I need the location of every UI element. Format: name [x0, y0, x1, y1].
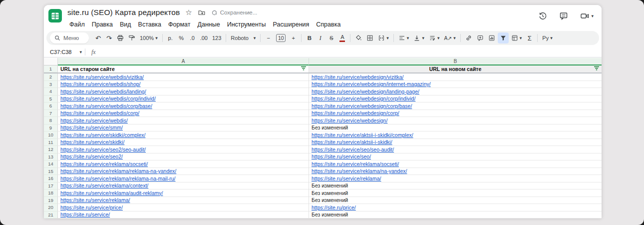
menu-view[interactable]: Вид: [116, 20, 135, 29]
row-number[interactable]: 8: [44, 117, 58, 124]
increase-font-size-button[interactable]: +: [288, 32, 299, 44]
cell-old-url[interactable]: https://site.ru/service/skidki/complex/: [58, 132, 309, 139]
merge-cells-button[interactable]: ▾: [376, 32, 391, 44]
decrease-font-size-button[interactable]: −: [263, 32, 274, 44]
row-number[interactable]: 20: [44, 204, 58, 212]
more-formats-button[interactable]: 123: [210, 32, 223, 44]
cell-new-url[interactable]: https://site.ru/service/aktsii-i-skidki/: [309, 139, 602, 146]
text-color-button[interactable]: A: [337, 32, 347, 44]
increase-decimals-button[interactable]: .00: [198, 32, 210, 44]
url-link[interactable]: https://site.ru/service/seo/seo-audit/: [312, 146, 394, 152]
cell-old-url[interactable]: https://site.ru/service/webdis/corp/: [58, 110, 309, 118]
row-number[interactable]: 7: [44, 110, 58, 118]
input-tools-button[interactable]: Ру ▾: [540, 32, 554, 44]
filter-funnel-icon[interactable]: [301, 66, 307, 72]
italic-button[interactable]: I: [315, 32, 325, 44]
url-link[interactable]: https://site.ru/service/webdis/corp/: [60, 110, 139, 116]
url-link[interactable]: https://site.ru/service/reklama/reklama-…: [60, 168, 176, 174]
cell-old-url[interactable]: https://site.ru/service/skidki/: [58, 139, 309, 146]
vertical-align-button[interactable]: ▾: [411, 32, 426, 44]
menu-data[interactable]: Данные: [194, 20, 223, 29]
url-link[interactable]: https://site.ru/service/webdis/corp/base…: [60, 103, 152, 109]
menu-tools[interactable]: Инструменты: [224, 20, 270, 29]
url-link[interactable]: https://site.ru/service/reklama/na-yande…: [312, 168, 407, 174]
column-header-b[interactable]: B: [309, 58, 602, 66]
cell-old-url[interactable]: https://site.ru/service/reklama/audit-re…: [58, 190, 309, 197]
sheets-app-icon[interactable]: [48, 9, 62, 22]
column-header-a[interactable]: A: [58, 58, 309, 66]
formula-input[interactable]: [96, 47, 602, 57]
url-link[interactable]: https://site.ru/service/webdesign/landin…: [312, 88, 419, 94]
url-link[interactable]: https://site.ru/service/webdesign/corp/b…: [312, 103, 412, 109]
row-number[interactable]: 14: [44, 160, 58, 168]
filter-funnel-icon[interactable]: [594, 66, 600, 72]
cell-old-url[interactable]: https://site.ru/service/webdis/landing/: [58, 88, 309, 96]
url-link[interactable]: https://site.ru/service/webdesign/corp/: [312, 110, 399, 116]
row-number[interactable]: 18: [44, 190, 58, 197]
create-filter-button[interactable]: [498, 32, 509, 44]
text-rotation-button[interactable]: A↗ ▾: [442, 32, 457, 44]
version-history-button[interactable]: [538, 12, 547, 20]
cell-new-url[interactable]: https://site.ru/service/webdesign/: [309, 117, 602, 124]
print-button[interactable]: [115, 32, 126, 44]
menu-extensions[interactable]: Расширения: [270, 20, 313, 29]
url-link[interactable]: https://site.ru/service/webdesign/intern…: [312, 81, 431, 87]
cell-a1[interactable]: URL на старом сайте: [58, 66, 309, 72]
url-link[interactable]: https://site.ru/service/webdis/landing/: [60, 88, 146, 94]
move-to-folder-icon[interactable]: [198, 9, 206, 16]
insert-chart-button[interactable]: [486, 32, 497, 44]
url-link[interactable]: https://site.ru/service/aktsii-i-skidki/…: [312, 132, 413, 138]
paint-format-button[interactable]: [126, 32, 137, 44]
url-link[interactable]: https://site.ru/service/reklama/audit-re…: [60, 190, 163, 196]
url-link[interactable]: https://site.ru/service/: [60, 212, 110, 218]
font-family-select[interactable]: Roboto ▾: [229, 32, 258, 44]
cell-old-url[interactable]: https://site.ru/service/reklama/reklama-…: [58, 168, 309, 176]
menu-edit[interactable]: Правка: [88, 20, 116, 29]
cell-new-url[interactable]: https://site.ru/service/reklama/na-yande…: [309, 168, 602, 176]
zoom-select[interactable]: 100% ▾: [138, 32, 160, 44]
cell-new-url[interactable]: https://site.ru/service/webdesign/vizitk…: [309, 74, 602, 81]
font-size-input[interactable]: 10: [274, 32, 288, 44]
comments-button[interactable]: [559, 12, 568, 20]
row-number[interactable]: 17: [44, 182, 58, 190]
url-link[interactable]: https://site.ru/service/aktsii-i-skidki/: [312, 139, 392, 145]
cell-new-url[interactable]: Без изменений: [309, 212, 602, 219]
row-number[interactable]: 11: [44, 139, 58, 146]
name-box[interactable]: C37:C38 ▾: [44, 49, 85, 55]
url-link[interactable]: https://site.ru/service/seo2/: [60, 154, 123, 160]
cell-new-url[interactable]: Без изменений: [309, 190, 602, 197]
cell-old-url[interactable]: https://site.ru/service/reklama/reklama-…: [58, 175, 309, 182]
row-number[interactable]: 2: [44, 74, 58, 81]
cell-new-url[interactable]: Без изменений: [309, 197, 602, 204]
cell-old-url[interactable]: https://site.ru/service/webdis/corp/indi…: [58, 96, 309, 103]
functions-button[interactable]: Σ: [524, 32, 535, 44]
insert-comment-button[interactable]: [475, 32, 486, 44]
cell-old-url[interactable]: https://site.ru/service/price/: [58, 204, 309, 212]
cell-new-url[interactable]: https://site.ru/service/webdesign/landin…: [309, 88, 602, 96]
insert-link-button[interactable]: [463, 32, 474, 44]
cell-new-url[interactable]: https://site.ru/service/reklama/socseti/: [309, 160, 602, 168]
url-link[interactable]: https://site.ru/service/webdis/: [60, 118, 128, 124]
url-link[interactable]: https://site.ru/service/webdesign/corp/i…: [312, 96, 415, 102]
meet-button[interactable]: ▾: [580, 12, 594, 20]
url-link[interactable]: https://site.ru/service/skidki/complex/: [60, 132, 145, 138]
cell-old-url[interactable]: https://site.ru/service/smm/: [58, 124, 309, 132]
cell-new-url[interactable]: https://site.ru/service/webdesign/intern…: [309, 81, 602, 88]
fill-color-button[interactable]: [353, 32, 364, 44]
undo-button[interactable]: ↶: [93, 32, 103, 44]
cell-old-url[interactable]: https://site.ru/service/: [58, 212, 309, 219]
url-link[interactable]: https://site.ru/service/seo/: [312, 154, 371, 160]
cell-new-url[interactable]: https://site.ru/service/seo/seo-audit/: [309, 146, 602, 154]
cell-new-url[interactable]: https://site.ru/service/seo/: [309, 154, 602, 161]
row-number[interactable]: 16: [44, 175, 58, 182]
url-link[interactable]: https://site.ru/service/seo2/seo-audit/: [60, 146, 146, 152]
filter-views-button[interactable]: ▾: [509, 32, 524, 44]
url-link[interactable]: https://site.ru/service/reklama/socseti/: [60, 161, 148, 167]
url-link[interactable]: https://site.ru/service/webdis/corp/indi…: [60, 96, 156, 102]
search-menus-button[interactable]: Меню: [50, 32, 89, 44]
cell-new-url[interactable]: https://site.ru/price/: [309, 204, 602, 212]
cell-old-url[interactable]: https://site.ru/service/seo2/seo-audit/: [58, 146, 309, 154]
menu-format[interactable]: Формат: [165, 20, 194, 29]
url-link[interactable]: https://site.ru/service/reklama/: [312, 176, 381, 182]
cell-old-url[interactable]: https://site.ru/service/webdis/: [58, 117, 309, 124]
